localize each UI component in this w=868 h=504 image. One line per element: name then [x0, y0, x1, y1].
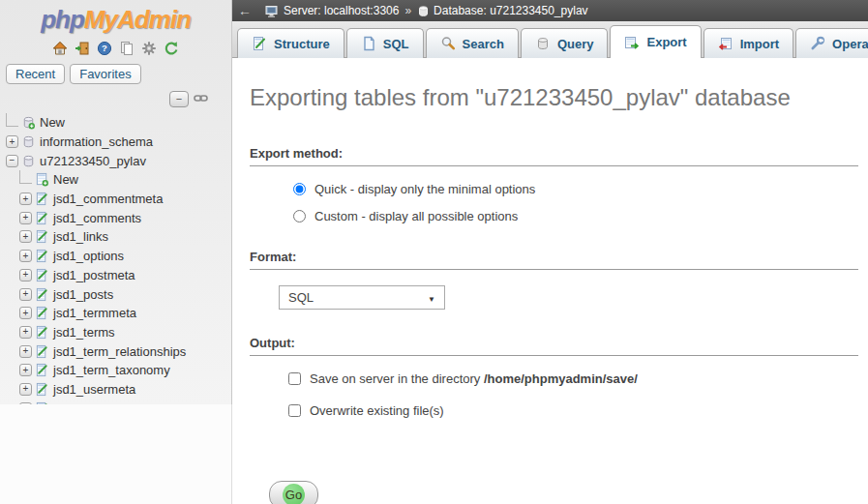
back-arrow-icon[interactable]: ←	[238, 3, 259, 18]
tree-controls	[0, 84, 231, 107]
quick-radio[interactable]	[293, 183, 306, 195]
sidebar-icon-toolbar: ?	[0, 39, 231, 58]
tab-export[interactable]: Export	[610, 25, 701, 58]
expand-icon[interactable]	[19, 364, 32, 376]
navigation-sidebar: phpMyAdmin ? Recent Favorites	[0, 0, 232, 504]
tab-query[interactable]: Query	[521, 28, 609, 58]
tree-item-table[interactable]: jsd1_posts	[0, 284, 231, 304]
go-button[interactable]: Go	[269, 481, 318, 504]
go-button-label: Go	[283, 484, 305, 504]
table-new-icon	[35, 172, 49, 187]
collapse-all-button[interactable]	[169, 91, 189, 107]
table-icon	[35, 344, 49, 359]
tree-item-table[interactable]: jsd1_usermeta	[0, 380, 231, 400]
phpmyadmin-logo[interactable]: phpMyAdmin	[0, 0, 231, 35]
docs-icon[interactable]	[119, 41, 135, 56]
breadcrumb-server-label: Server: localhost:3306	[284, 4, 399, 17]
sql-icon	[361, 36, 376, 51]
expand-icon[interactable]	[19, 345, 32, 358]
expand-icon[interactable]	[19, 326, 32, 339]
main-panel: ← Server: localhost:3306 » Database: u72…	[232, 0, 868, 504]
chevron-down-icon	[428, 290, 435, 305]
quick-access-row: Recent Favorites	[0, 58, 231, 84]
logo-text-myadmin: MyAdmin	[84, 5, 191, 34]
tree-item-table[interactable]: jsd1_postmeta	[0, 266, 231, 285]
tree-item-table[interactable]: jsd1_options	[0, 247, 231, 266]
expand-icon[interactable]	[19, 307, 32, 319]
table-icon	[35, 268, 49, 282]
save-directory-path: /home/phpmyadmin/save/	[484, 371, 638, 386]
expand-icon[interactable]	[19, 383, 32, 396]
tree-item-table[interactable]: jsd1_comments	[0, 208, 231, 227]
settings-icon[interactable]	[141, 41, 157, 56]
table-icon	[35, 287, 49, 302]
table-icon	[35, 363, 49, 377]
tree-item-table[interactable]: jsd1_commentmeta	[0, 190, 231, 209]
breadcrumb-server[interactable]: Server: localhost:3306	[265, 4, 399, 17]
expand-icon[interactable]	[19, 212, 32, 224]
tree-connector	[6, 113, 18, 127]
save-on-server-checkbox[interactable]	[288, 372, 301, 385]
recent-button[interactable]: Recent	[6, 64, 65, 84]
export-method-options: Quick - display only the minimal options…	[293, 182, 858, 223]
format-select[interactable]: SQL	[279, 285, 445, 310]
table-icon	[35, 249, 49, 263]
database-tree: New information_schema u721233450_pylav …	[0, 113, 231, 404]
overwrite-checkbox[interactable]	[288, 404, 301, 417]
tab-search[interactable]: Search	[426, 28, 519, 58]
import-icon	[718, 36, 733, 51]
database-icon	[21, 134, 36, 149]
export-method-section: Export method: Quick - display only the …	[250, 146, 858, 223]
save-on-server-option[interactable]: Save on server in the directory /home/ph…	[288, 371, 858, 386]
custom-option[interactable]: Custom - display all possible options	[293, 209, 858, 223]
tree-item-table[interactable]: jsd1_termmeta	[0, 304, 231, 323]
tree-item-table[interactable]: jsd1_links	[0, 227, 231, 247]
tree-item-new-table[interactable]: New	[0, 170, 231, 190]
sidebar-empty-area	[0, 404, 232, 504]
collapse-icon[interactable]	[6, 155, 18, 167]
expand-icon[interactable]	[19, 250, 32, 262]
tab-sql[interactable]: SQL	[346, 28, 424, 58]
expand-icon[interactable]	[6, 135, 18, 148]
format-selected-value: SQL	[288, 290, 314, 305]
tree-item-table[interactable]: jsd1_terms	[0, 323, 231, 342]
expand-icon[interactable]	[19, 269, 32, 282]
tree-item-new-database[interactable]: New	[0, 113, 231, 133]
logo-text-php: php	[41, 5, 84, 34]
output-section: Output: Save on server in the directory …	[250, 336, 858, 418]
table-icon	[35, 306, 49, 320]
structure-icon	[252, 36, 267, 51]
database-new-icon	[21, 115, 36, 130]
tree-item-database[interactable]: information_schema	[0, 133, 231, 152]
format-caption: Format:	[250, 250, 858, 270]
overwrite-option[interactable]: Overwrite existing file(s)	[288, 403, 858, 418]
table-icon	[35, 382, 49, 397]
custom-radio[interactable]	[293, 210, 306, 222]
export-icon	[624, 35, 640, 50]
quick-option[interactable]: Quick - display only the minimal options	[293, 182, 858, 196]
help-icon[interactable]: ?	[97, 41, 112, 56]
tab-operations[interactable]: Operations	[795, 28, 868, 58]
search-icon	[440, 36, 456, 51]
server-icon	[265, 5, 280, 17]
refresh-icon[interactable]	[164, 41, 179, 56]
expand-icon[interactable]	[19, 193, 32, 205]
output-options: Save on server in the directory /home/ph…	[288, 371, 858, 418]
breadcrumb-separator: »	[404, 4, 411, 17]
tree-item-table[interactable]: jsd1_term_taxonomy	[0, 361, 231, 380]
tree-item-table[interactable]: jsd1_term_relationships	[0, 341, 231, 361]
expand-icon[interactable]	[19, 288, 32, 301]
logout-icon[interactable]	[75, 41, 90, 56]
query-icon	[535, 36, 551, 51]
link-icon[interactable]	[194, 92, 208, 106]
tree-item-database[interactable]: u721233450_pylav	[0, 151, 231, 170]
tab-structure[interactable]: Structure	[237, 28, 344, 58]
home-icon[interactable]	[52, 41, 68, 56]
export-page: Exporting tables from "u721233450_pylav"…	[232, 84, 868, 504]
database-icon	[417, 5, 430, 17]
breadcrumb-database[interactable]: Database: u721233450_pylav	[417, 4, 587, 17]
favorites-button[interactable]: Favorites	[70, 64, 140, 84]
tab-import[interactable]: Import	[703, 28, 793, 58]
expand-icon[interactable]	[19, 230, 32, 243]
database-tabs: Structure SQL Search Query Export Import…	[232, 21, 868, 58]
